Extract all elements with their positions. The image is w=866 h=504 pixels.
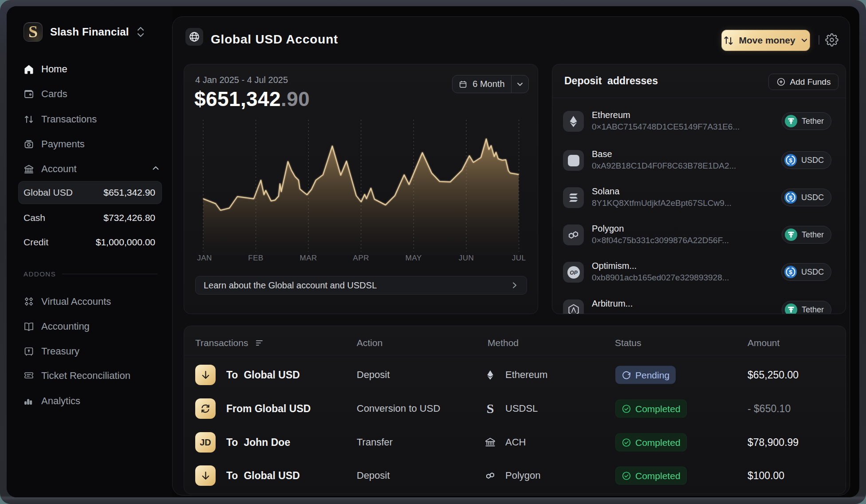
svg-text:APR: APR — [353, 254, 369, 262]
svg-text:JUN: JUN — [459, 254, 474, 262]
svg-text:JAN: JAN — [197, 254, 212, 262]
svg-text:$: $ — [789, 269, 792, 276]
svg-text:MAY: MAY — [405, 254, 422, 262]
svg-text:$: $ — [789, 157, 792, 164]
svg-text:MAR: MAR — [300, 254, 317, 262]
svg-text:$: $ — [789, 194, 792, 201]
svg-text:OP: OP — [570, 269, 578, 276]
svg-text:JUL: JUL — [512, 254, 526, 262]
svg-text:FEB: FEB — [248, 254, 264, 262]
